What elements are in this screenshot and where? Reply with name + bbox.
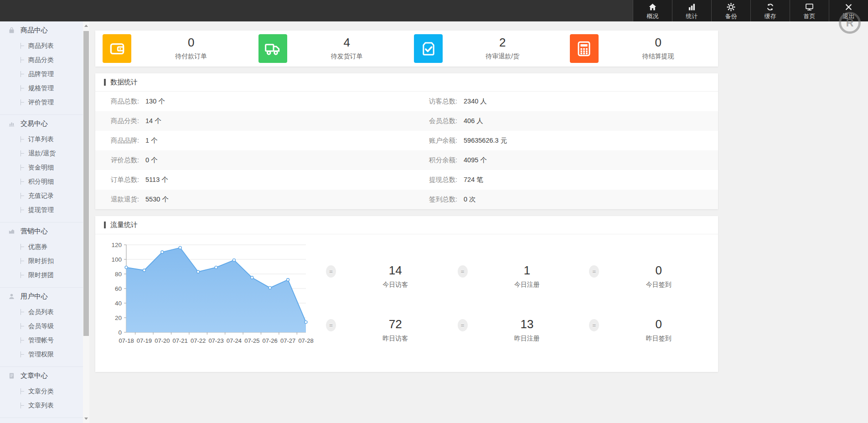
sidebar-item-product-center[interactable]: 商品中心 [0,21,83,39]
scrollbar-up-arrow-icon[interactable] [84,25,88,27]
stat-value: 0 次 [464,195,476,204]
stat-label: 退款退货: [111,195,139,204]
stat-label: 商品总数: [111,97,139,106]
stat-row: 退款退货:5530 个签到总数:0 次 [95,190,718,209]
summary-card-value: 2 [443,36,563,49]
topbar-item-overview[interactable]: 概况 [633,0,672,21]
svg-text:100: 100 [111,256,122,263]
summary-card-pending-shipment-orders[interactable]: 4待发货订单 [251,31,407,67]
stat-cell: 退款退货:5530 个 [95,195,407,204]
sidebar-item-product-category[interactable]: 商品分类 [0,53,83,67]
topbar-item-label: 统计 [686,13,698,19]
equals-badge-icon: = [589,265,599,278]
sidebar-section-label: 营销中心 [21,227,48,236]
tree-branch-icon [21,57,25,63]
traffic-stat-value: 72 [389,317,402,331]
sidebar-item-label: 管理权限 [28,351,54,359]
monitor-icon [805,2,814,12]
sidebar-item-article-center[interactable]: 文章中心 [0,367,83,384]
stat-cell: 提现总数:724 笔 [407,175,483,184]
sidebar-item-label: 提现管理 [28,206,54,214]
package-check-icon [414,34,443,63]
stat-value: 59635626.3 元 [464,136,507,145]
sidebar-section-user-center: 用户中心会员列表会员等级管理帐号管理权限 [0,288,83,367]
main-area: 0待付款订单4待发货订单2待审退款/货0待结算提现 数据统计 商品总数:130 … [89,21,868,423]
traffic-stat-yesterday-visitors: =72昨日访客 [323,317,455,347]
traffic-stat-label: 今日访客 [382,281,408,289]
tree-branch-icon [21,388,25,394]
sidebar-item-user-center[interactable]: 用户中心 [0,288,83,305]
scrollbar-thumb[interactable] [83,31,89,336]
traffic-stat-label: 昨日访客 [382,335,408,343]
summary-card-body: 0待结算提现 [599,36,718,60]
svg-text:120: 120 [111,242,122,248]
traffic-stat-label: 昨日签到 [646,335,672,343]
sidebar-item-flash-discount[interactable]: 限时折扣 [0,254,83,268]
topbar-item-label: 备份 [725,13,737,19]
summary-card-pending-payment-orders[interactable]: 0待付款订单 [95,31,251,67]
sidebar-item-article-list[interactable]: 文章列表 [0,398,83,413]
stat-row: 订单总数:5113 个提现总数:724 笔 [95,170,718,190]
summary-card-label: 待审退款/货 [443,52,563,61]
sidebar-item-member-level[interactable]: 会员等级 [0,319,83,333]
stat-cell: 商品分类:14 个 [95,117,407,125]
sidebar-item-points-detail[interactable]: 积分明细 [0,175,83,189]
stat-value: 724 笔 [464,175,483,184]
traffic-stat-body: 1今日注册 [468,263,587,294]
topbar-nav: 概况统计备份缓存首页退出 [633,0,868,21]
stat-cell: 积分余额:4095 个 [407,156,487,165]
tree-branch-icon [21,309,25,315]
sidebar-item-coupons[interactable]: 优惠券 [0,240,83,254]
topbar-item-backup[interactable]: 备份 [711,0,750,21]
sidebar-item-withdraw-mgmt[interactable]: 提现管理 [0,203,83,217]
stat-value: 4095 个 [464,156,487,165]
tree-branch-icon [21,207,25,213]
sidebar-item-refund-return[interactable]: 退款/退货 [0,146,83,160]
topbar-item-homepage[interactable]: 首页 [790,0,829,21]
sidebar-item-article-category[interactable]: 文章分类 [0,384,83,398]
svg-text:60: 60 [115,285,122,292]
svg-text:07-18: 07-18 [119,337,134,344]
stats-icon [687,2,697,12]
sidebar-item-label: 限时拼团 [28,271,54,279]
sidebar-item-group-buy[interactable]: 限时拼团 [0,268,83,282]
traffic-stat-label: 今日注册 [514,281,540,289]
sidebar-section-control-panel: 控制面板 [0,418,83,423]
tree-branch-icon [21,179,25,185]
traffic-stat-body: 72昨日访客 [336,317,455,347]
svg-text:07-23: 07-23 [208,337,223,344]
sidebar-item-brand-mgmt[interactable]: 品牌管理 [0,67,83,81]
sidebar-item-marketing-center[interactable]: 营销中心 [0,222,83,240]
svg-text:07-26: 07-26 [263,337,278,344]
summary-card-pending-settlement-withdrawal[interactable]: 0待结算提现 [563,31,718,67]
sidebar-item-product-list[interactable]: 商品列表 [0,39,83,53]
sidebar-item-trade-center[interactable]: 交易中心 [0,115,83,132]
sidebar-item-spec-mgmt[interactable]: 规格管理 [0,81,83,95]
sidebar-item-label: 限时折扣 [28,257,54,265]
sidebar-section-product-center: 商品中心商品列表商品分类品牌管理规格管理评价管理 [0,21,83,115]
sidebar-item-admin-accounts[interactable]: 管理帐号 [0,333,83,347]
sidebar-item-label: 评价管理 [28,98,54,107]
stat-value: 5530 个 [145,195,169,204]
topbar-item-statistics[interactable]: 统计 [672,0,711,21]
sidebar-section-label: 交易中心 [21,119,48,128]
sidebar-section-label: 用户中心 [21,292,48,301]
data-stats-panel: 数据统计 商品总数:130 个访客总数:2340 人商品分类:14 个会员总数:… [95,73,718,209]
sidebar-item-member-list[interactable]: 会员列表 [0,305,83,319]
sidebar-item-order-list[interactable]: 订单列表 [0,132,83,146]
sidebar-item-recharge-records[interactable]: 充值记录 [0,189,83,203]
sidebar-item-fund-detail[interactable]: 资金明细 [0,160,83,175]
sidebar-item-review-mgmt[interactable]: 评价管理 [0,95,83,109]
traffic-stats-grid: =14今日访客=1今日注册=0今日签到=72昨日访客=13昨日注册=0昨日签到 [323,234,718,372]
sidebar-item-admin-permissions[interactable]: 管理权限 [0,347,83,361]
stat-value: 14 个 [145,117,161,125]
home-icon [648,2,657,12]
sidebar-item-label: 资金明细 [28,164,54,172]
traffic-area-chart: 02040608010012007-1807-1907-2007-2107-22… [95,234,332,372]
summary-card-pending-refund-review[interactable]: 2待审退款/货 [407,31,563,67]
sidebar-item-label: 积分明细 [28,178,54,186]
data-stats-rows: 商品总数:130 个访客总数:2340 人商品分类:14 个会员总数:406 人… [95,92,718,209]
scrollbar-down-arrow-icon[interactable] [84,418,88,420]
topbar-item-cache[interactable]: 缓存 [750,0,790,21]
sidebar-item-control-panel[interactable]: 控制面板 [0,418,83,423]
